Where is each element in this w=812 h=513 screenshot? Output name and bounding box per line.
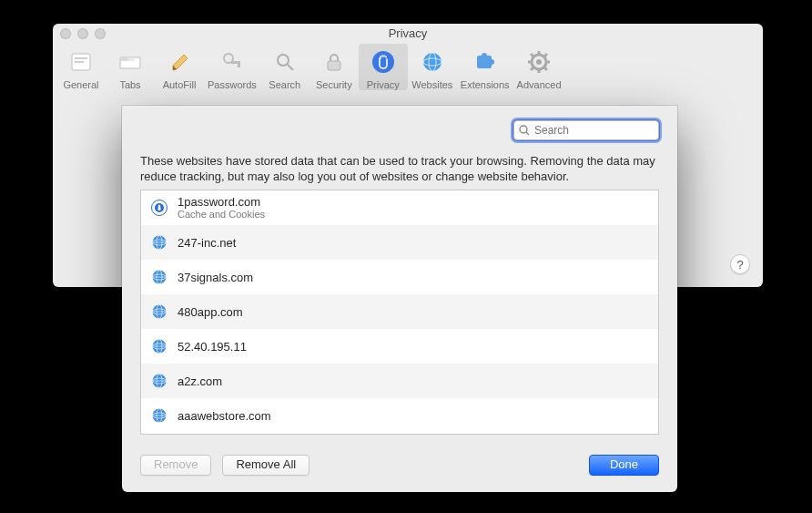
svg-point-14 [372,51,394,73]
tab-label: Security [316,79,352,90]
search-icon [519,125,530,136]
svg-rect-35 [158,207,161,210]
traffic-lights [60,28,106,39]
help-label: ? [736,258,743,272]
globe-icon [418,47,447,77]
list-item[interactable]: 247-inc.net [141,225,658,260]
domain-label: 1password.com [178,195,265,209]
globe-icon [150,268,168,286]
svg-line-32 [526,132,529,135]
close-icon[interactable] [60,28,71,39]
svg-line-28 [544,67,547,70]
remove-all-button[interactable]: Remove All [222,455,310,476]
list-item[interactable]: 37signals.com [141,260,658,294]
domain-label: 247-inc.net [178,236,236,250]
tab-privacy[interactable]: Privacy [359,44,408,90]
tab-passwords[interactable]: Passwords [204,44,260,90]
svg-rect-2 [75,61,84,63]
list-item[interactable]: 52.40.195.11 [141,329,658,364]
globe-icon [150,337,168,355]
domain-label: aaawebstore.com [178,409,271,423]
search-wrap [513,120,659,140]
done-button[interactable]: Done [589,455,659,476]
list-item[interactable]: a2z.com [141,364,658,398]
search-input[interactable] [513,120,659,140]
tab-label: Passwords [208,79,257,90]
puzzle-icon [471,47,500,77]
site-icon [150,199,168,217]
titlebar: Privacy [53,24,763,44]
list-item[interactable]: 1password.comCache and Cookies [141,190,658,225]
remove-label: Remove [154,457,198,471]
svg-point-19 [489,59,494,65]
list-item[interactable]: 480app.com [141,294,658,329]
tab-label: Tabs [119,79,140,90]
remove-all-label: Remove All [236,457,296,471]
tab-label: Websites [411,79,452,90]
domain-label: 37signals.com [178,271,253,284]
svg-rect-1 [75,57,87,59]
svg-line-27 [531,54,533,56]
magnifier-icon [270,47,299,77]
tab-tabs[interactable]: Tabs [106,44,155,90]
pencil-icon [165,47,194,77]
svg-point-15 [423,53,442,71]
switch-icon [66,47,96,77]
done-label: Done [610,457,638,471]
globe-icon [150,406,168,425]
svg-line-12 [288,65,293,70]
tab-general[interactable]: General [56,44,106,90]
tab-websites[interactable]: Websites [408,44,457,90]
tab-advanced[interactable]: Advanced [513,44,565,90]
window-title: Privacy [389,26,428,40]
help-button[interactable]: ? [730,254,750,274]
svg-rect-4 [120,57,127,61]
tabs-icon [116,47,145,77]
key-icon [218,47,247,77]
tab-label: AutoFill [163,79,197,90]
tab-label: General [63,79,98,90]
tab-label: Advanced [517,79,562,90]
svg-point-36 [158,205,161,208]
globe-icon [150,303,168,321]
tab-label: Privacy [367,79,400,90]
svg-rect-5 [127,57,135,61]
lock-icon [320,47,349,77]
svg-rect-13 [328,61,340,70]
domain-label: a2z.com [178,374,222,388]
svg-rect-10 [238,64,240,67]
website-list[interactable]: 1password.comCache and Cookies 247-inc.n… [140,190,659,435]
tab-search[interactable]: Search [260,44,310,90]
svg-rect-9 [231,61,240,64]
tab-label: Search [269,79,300,90]
svg-point-20 [482,53,487,58]
website-data-sheet: These websites have stored data that can… [122,106,677,492]
svg-point-22 [536,59,542,65]
hand-icon [369,47,398,77]
domain-label: 52.40.195.11 [178,340,247,354]
tab-label: Extensions [461,79,510,90]
minimize-icon[interactable] [77,28,88,39]
remove-button[interactable]: Remove [140,455,211,476]
toolbar: General Tabs AutoFill Passwords Search [53,44,763,104]
svg-point-11 [278,55,289,66]
svg-point-31 [520,126,527,133]
tab-autofill[interactable]: AutoFill [155,44,204,90]
globe-icon [150,233,168,251]
tab-extensions[interactable]: Extensions [457,44,513,90]
button-row: Remove Remove All Done [140,455,659,476]
detail-label: Cache and Cookies [178,209,265,221]
svg-line-30 [544,54,547,56]
description-text: These websites have stored data that can… [140,153,659,184]
tab-security[interactable]: Security [310,44,359,90]
list-item[interactable]: aaawebstore.com [141,398,658,433]
gear-icon [524,47,553,77]
globe-icon [150,372,168,390]
domain-label: 480app.com [178,305,243,319]
zoom-icon[interactable] [95,28,106,39]
svg-line-29 [531,67,533,70]
